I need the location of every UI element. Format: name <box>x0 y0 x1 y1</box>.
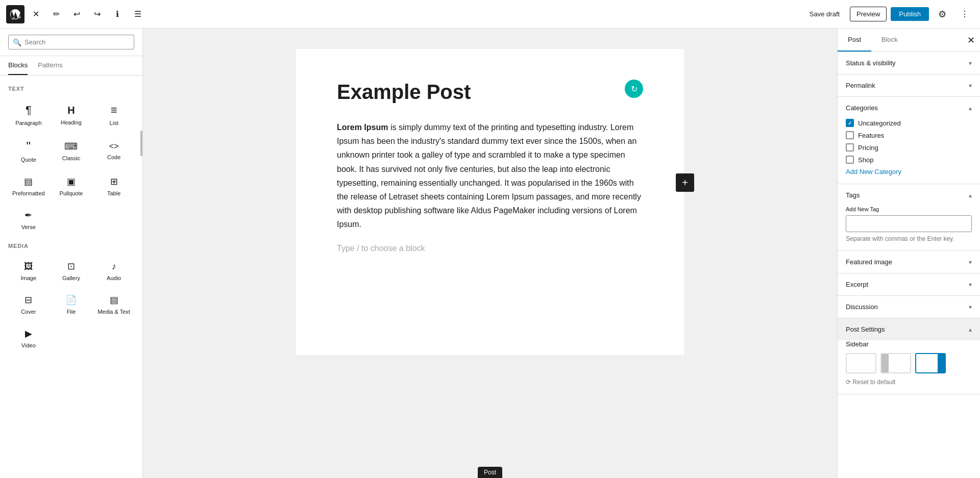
tab-patterns[interactable]: Patterns <box>38 56 62 75</box>
sidebar-option-left[interactable] <box>880 353 911 373</box>
refresh-icon[interactable]: ↻ <box>625 80 643 98</box>
block-classic[interactable]: ⌨ Classic <box>51 133 92 167</box>
category-uncategorized-checkbox[interactable] <box>846 119 854 127</box>
status-visibility-header[interactable]: Status & visibility ▾ <box>838 52 980 74</box>
preview-button[interactable]: Preview <box>850 7 887 21</box>
category-pricing-checkbox[interactable] <box>846 143 854 152</box>
block-cover[interactable]: ⊟ Cover <box>8 288 49 319</box>
block-type-placeholder[interactable]: Type / to choose a block <box>337 244 643 253</box>
sidebar-scrollbar <box>140 131 142 156</box>
wp-logo[interactable] <box>6 5 24 23</box>
undo-button[interactable]: ↩ <box>67 5 86 23</box>
featured-image-section: Featured image ▾ <box>838 251 980 273</box>
tab-block[interactable]: Block <box>871 29 908 52</box>
tab-post[interactable]: Post <box>838 29 871 52</box>
right-panel-close-button[interactable]: ✕ <box>962 31 980 49</box>
list-icon: ≡ <box>111 104 117 117</box>
block-file[interactable]: 📄 File <box>51 288 92 319</box>
tags-input[interactable] <box>850 218 967 230</box>
discussion-label: Discussion <box>846 303 878 311</box>
post-editor-canvas[interactable]: ↻ Example Post Lorem Ipsum is simply dum… <box>296 49 684 355</box>
close-button[interactable]: ✕ <box>27 5 45 23</box>
categories-section: Categories ▴ Uncategorized Features Pric… <box>838 97 980 184</box>
block-code[interactable]: <> Code <box>93 133 134 167</box>
block-paragraph[interactable]: ¶ Paragraph <box>8 97 49 131</box>
permalink-header[interactable]: Permalink ▾ <box>838 74 980 96</box>
block-pullquote[interactable]: ▣ Pullquote <box>51 169 92 201</box>
info-button[interactable]: ℹ <box>108 5 127 23</box>
block-quote[interactable]: " Quote <box>8 133 49 167</box>
publish-button[interactable]: Publish <box>891 7 929 21</box>
category-features-checkbox[interactable] <box>846 131 854 139</box>
tags-label: Tags <box>846 191 860 199</box>
block-list[interactable]: ≡ List <box>93 97 134 131</box>
file-icon: 📄 <box>65 294 77 306</box>
post-body-text: is simply dummy text of the printing and… <box>337 123 641 229</box>
excerpt-header[interactable]: Excerpt ▾ <box>838 273 980 295</box>
featured-image-label: Featured image <box>846 258 892 266</box>
featured-image-header[interactable]: Featured image ▾ <box>838 251 980 273</box>
add-new-category-link[interactable]: Add New Category <box>846 168 901 175</box>
block-image[interactable]: 🖼 Image <box>8 254 49 286</box>
tags-input-wrap <box>846 215 972 232</box>
tags-body: Add New Tag Separate with commas or the … <box>838 206 980 250</box>
block-preformatted[interactable]: ▤ Preformatted <box>8 169 49 201</box>
tools-button[interactable]: ✏ <box>47 5 65 23</box>
permalink-label: Permalink <box>846 82 875 89</box>
categories-label: Categories <box>846 104 878 112</box>
settings-button[interactable]: ⚙ <box>933 5 951 23</box>
post-settings-body: Sidebar <box>838 340 980 394</box>
excerpt-section: Excerpt ▾ <box>838 273 980 296</box>
text-section-label: TEXT <box>8 86 134 92</box>
pullquote-label: Pullquote <box>60 190 83 196</box>
categories-header[interactable]: Categories ▴ <box>838 97 980 119</box>
table-label: Table <box>107 190 120 196</box>
list-view-button[interactable]: ☰ <box>129 5 147 23</box>
search-input[interactable] <box>24 35 130 49</box>
block-audio[interactable]: ♪ Audio <box>93 254 134 286</box>
sidebar-option-right[interactable] <box>915 353 946 373</box>
block-media-text[interactable]: ▤ Media & Text <box>93 288 134 319</box>
post-body-bold: Lorem Ipsum <box>337 123 388 132</box>
block-sidebar: 🔍 Blocks Patterns TEXT ¶ Paragraph H Hea… <box>0 29 143 478</box>
permalink-chevron: ▾ <box>969 82 972 89</box>
category-shop-label[interactable]: Shop <box>858 156 873 164</box>
video-icon: ▶ <box>25 328 32 339</box>
tags-header[interactable]: Tags ▴ <box>838 184 980 206</box>
media-text-label: Media & Text <box>97 309 130 315</box>
sidebar-option-none[interactable] <box>846 353 876 373</box>
add-block-button[interactable]: + <box>676 173 694 192</box>
options-button[interactable]: ⋮ <box>955 5 974 23</box>
post-settings-section: Post Settings ▴ Sidebar <box>838 318 980 394</box>
block-video[interactable]: ▶ Video <box>8 321 49 353</box>
verse-label: Verse <box>21 224 36 230</box>
block-gallery[interactable]: ⊡ Gallery <box>51 254 92 286</box>
layout: 🔍 Blocks Patterns TEXT ¶ Paragraph H Hea… <box>0 29 980 478</box>
image-icon: 🖼 <box>24 261 33 272</box>
post-body[interactable]: Lorem Ipsum is simply dummy text of the … <box>337 120 643 232</box>
right-panel-content: Status & visibility ▾ Permalink ▾ Catego… <box>838 52 980 478</box>
paragraph-label: Paragraph <box>15 120 41 126</box>
gallery-icon: ⊡ <box>67 261 75 272</box>
editor-main[interactable]: ↻ Example Post Lorem Ipsum is simply dum… <box>143 29 837 478</box>
gallery-label: Gallery <box>62 275 80 281</box>
save-draft-button[interactable]: Save draft <box>803 7 846 21</box>
category-pricing-label[interactable]: Pricing <box>858 144 878 152</box>
block-heading[interactable]: H Heading <box>51 97 92 131</box>
category-uncategorized-label[interactable]: Uncategorized <box>858 119 901 127</box>
sidebar-tabs: Blocks Patterns <box>0 56 142 76</box>
discussion-header[interactable]: Discussion ▾ <box>838 296 980 318</box>
category-features-label[interactable]: Features <box>858 132 884 139</box>
block-verse[interactable]: ✒ Verse <box>8 203 49 235</box>
category-shop: Shop <box>846 156 972 164</box>
category-shop-checkbox[interactable] <box>846 156 854 164</box>
tags-hint: Separate with commas or the Enter key. <box>846 235 972 242</box>
redo-button[interactable]: ↪ <box>88 5 106 23</box>
tab-blocks[interactable]: Blocks <box>8 56 28 75</box>
post-settings-header[interactable]: Post Settings ▴ <box>838 318 980 340</box>
cover-label: Cover <box>21 309 36 315</box>
wp-logo-icon <box>10 9 20 19</box>
block-table[interactable]: ⊞ Table <box>93 169 134 201</box>
post-title[interactable]: Example Post <box>337 80 643 104</box>
classic-icon: ⌨ <box>64 141 78 152</box>
